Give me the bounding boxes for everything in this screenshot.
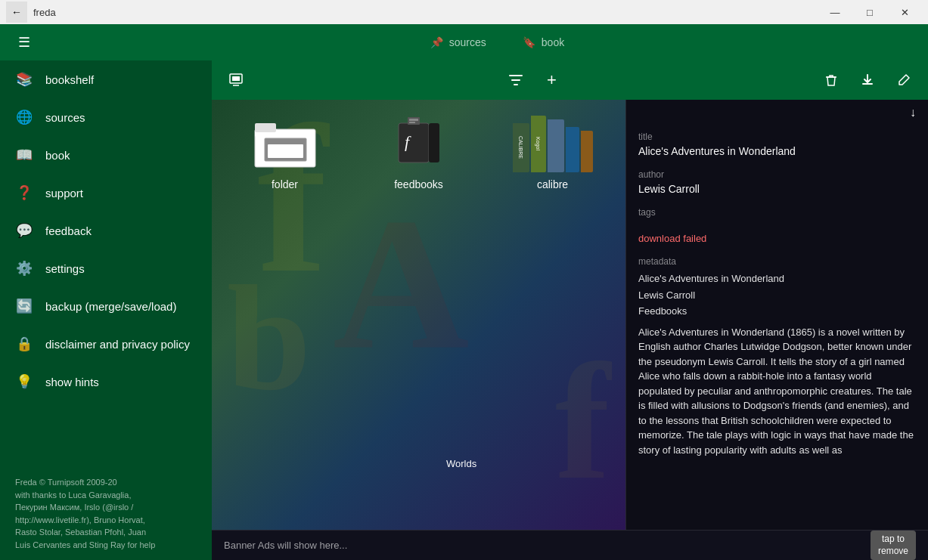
svg-rect-8 [429,123,439,162]
back-button[interactable]: ← [6,2,27,23]
delete-button[interactable] [816,65,846,95]
sidebar-item-bookshelf[interactable]: 📚 bookshelf [0,60,212,98]
sidebar-item-backup[interactable]: 🔄 backup (merge/save/load) [0,287,212,325]
metadata-content: Alice's Adventures in Wonderland Lewis C… [638,271,916,457]
svg-rect-12 [409,122,415,123]
hints-icon: 💡 [15,373,33,390]
banner: Banner Ads will show here... tap toremov… [212,530,928,560]
sidebar-item-hints[interactable]: 💡 show hints [0,363,212,401]
sidebar-item-disclaimer[interactable]: 🔒 disclaimer and privacy policy [0,325,212,363]
sidebar-label-sources: sources [45,111,85,124]
sidebar-label-hints: show hints [45,376,99,388]
sidebar-label-backup: backup (merge/save/load) [45,300,176,313]
sources-icon: 🌐 [15,109,33,125]
book-spine-5 [581,131,593,172]
settings-icon: ⚙️ [15,260,33,277]
tab-book[interactable]: 🔖 book [504,30,582,54]
main-layout: 📚 bookshelf 🌐 sources 📖 book ❓ support 💬… [0,60,928,560]
tags-label: tags [638,207,916,218]
book-spine-2: Kogol [531,116,546,172]
hamburger-button[interactable]: ☰ [12,31,36,54]
top-nav: ☰ 📌 sources 🔖 book [0,24,928,60]
book-spine-4 [566,127,579,172]
sidebar-footer: Freda © Turnipsoft 2009-20 with thanks t… [0,467,212,560]
banner-text: Banner Ads will show here... [224,540,347,551]
svg-rect-1 [232,76,240,81]
worlds-text: Worlds [446,458,476,469]
feedbooks-label: feedbooks [394,178,443,190]
title-bar: ← freda — □ ✕ [0,0,928,24]
meta-line-0: Alice's Adventures in Wonderland [638,271,916,286]
book-tab-label: book [542,36,564,48]
app-title: freda [33,7,56,18]
grid-item-calibre[interactable]: CALIBRE Kogol calibr [492,112,613,190]
maximize-button[interactable]: □ [852,0,887,24]
meta-line-3: Alice's Adventures in Wonderland (1865) … [638,325,916,458]
sources-tab-label: sources [449,36,486,48]
svg-rect-11 [409,119,418,121]
book-tab-icon: 🔖 [523,36,535,48]
svg-rect-6 [268,144,303,158]
svg-rect-4 [255,123,276,132]
top-nav-tabs: 📌 sources 🔖 book [79,30,916,54]
sidebar-item-settings[interactable]: ⚙️ settings [0,249,212,287]
sidebar-label-disclaimer: disclaimer and privacy policy [45,338,190,351]
filter-button[interactable] [501,65,531,95]
title-bar-left: ← freda [6,2,56,23]
sidebar-item-sources[interactable]: 🌐 sources [0,98,212,136]
app-container: ☰ 📌 sources 🔖 book 📚 bookshelf 🌐 sources [0,24,928,560]
backup-icon: 🔄 [15,298,33,314]
sidebar-label-book: book [45,149,70,162]
metadata-section: metadata Alice's Adventures in Wonderlan… [626,250,928,465]
download-indicator: ↓ [626,100,928,125]
feedback-icon: 💬 [15,222,33,239]
title-section: title Alice's Adventures in Wonderland [626,125,928,163]
sidebar-label-feedback: feedback [45,224,92,237]
support-icon: ❓ [15,184,33,201]
title-label: title [638,131,916,142]
content-area: + [212,60,928,560]
meta-line-2: Feedbooks [638,304,916,319]
import-button[interactable] [221,65,251,95]
metadata-label: metadata [638,256,916,267]
edit-button[interactable] [889,65,919,95]
books-visual: CALIBRE Kogol [513,112,593,172]
sidebar: 📚 bookshelf 🌐 sources 📖 book ❓ support 💬… [0,60,212,560]
calibre-icon: CALIBRE Kogol [515,112,591,172]
sidebar-item-book[interactable]: 📖 book [0,136,212,174]
folder-icon [247,112,323,172]
bookshelf-icon: 📚 [15,71,33,88]
add-button[interactable]: + [537,65,567,95]
feedbooks-icon: f [381,112,457,172]
sidebar-label-support: support [45,187,83,200]
title-value: Alice's Adventures in Wonderland [638,145,916,157]
sidebar-label-settings: settings [45,262,85,275]
sources-tab-icon: 📌 [430,36,443,48]
tab-sources[interactable]: 📌 sources [412,30,504,54]
book-spine-1: CALIBRE [513,123,529,172]
folder-label: folder [272,178,298,190]
tags-section: tags [626,201,928,227]
sidebar-label-bookshelf: bookshelf [45,73,94,86]
book-area: f A b f [212,100,928,530]
sidebar-item-feedback[interactable]: 💬 feedback [0,212,212,249]
book-spine-3 [548,119,564,172]
grid-item-folder[interactable]: folder [224,112,346,190]
minimize-button[interactable]: — [818,0,852,24]
calibre-label: calibre [537,178,568,190]
grid-items: folder f [212,100,625,203]
author-label: author [638,169,916,180]
author-section: author Lewis Carroll [626,163,928,201]
sidebar-item-support[interactable]: ❓ support [0,174,212,212]
book-grid: f A b f [212,100,625,530]
download-failed-badge: download failed [638,233,916,244]
close-button[interactable]: ✕ [887,0,922,24]
disclaimer-icon: 🔒 [15,336,33,352]
svg-rect-7 [399,123,429,162]
tap-to-remove-button[interactable]: tap toremove [871,531,916,560]
right-panel: ↓ title Alice's Adventures in Wonderland… [625,100,928,530]
window-controls: — □ ✕ [818,0,922,24]
download-button[interactable] [852,65,883,95]
book-icon: 📖 [15,147,33,163]
grid-item-feedbooks[interactable]: f feedbooks [358,112,480,190]
